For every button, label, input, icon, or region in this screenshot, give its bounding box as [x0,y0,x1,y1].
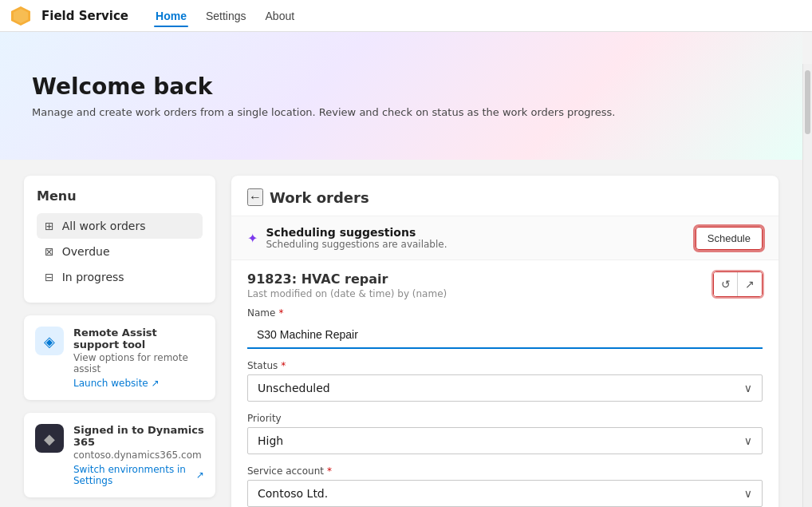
menu-item-overdue-label: Overdue [62,245,110,258]
schedule-button[interactable]: Schedule [696,227,763,250]
priority-value: High [258,434,283,447]
service-account-chevron-icon: ∨ [744,487,752,500]
name-label: Name [247,307,275,319]
status-select[interactable]: Unscheduled ∨ [247,374,763,402]
dynamics-card: ◆ Signed in to Dynamics 365 contoso.dyna… [24,413,215,497]
status-chevron-icon: ∨ [744,382,752,394]
service-account-required: * [327,465,332,477]
service-account-label: Service account [247,465,324,477]
back-button[interactable]: ← [247,188,263,206]
nav-bar: Field Service Home Settings About [0,0,812,32]
external-open-button[interactable]: ↗ [738,272,762,296]
work-order-meta: Last modified on (date & time) by (name) [247,288,447,299]
menu-item-in-progress[interactable]: ⊟ In progress [37,264,203,290]
service-account-select[interactable]: Contoso Ltd. ∨ [247,480,763,507]
status-value: Unscheduled [258,382,330,394]
remote-assist-link[interactable]: Launch website ↗ [73,378,204,389]
service-account-value: Contoso Ltd. [258,487,328,500]
work-order-action-buttons: ↺ ↗ [713,271,763,297]
dynamics-icon-wrap: ◆ [35,424,64,453]
dynamics-link[interactable]: Switch environments in Settings ↗ [73,464,204,486]
name-field-group: Name * [247,307,763,349]
remote-assist-card: ◈ Remote Assist support tool View option… [24,315,215,400]
menu-card: Menu ⊞ All work orders ⊠ Overdue ⊟ In pr… [24,176,215,303]
remote-assist-desc: View options for remote assist [73,352,204,374]
nav-settings[interactable]: Settings [198,6,254,26]
scheduling-icon: ✦ [247,231,258,246]
priority-chevron-icon: ∨ [744,434,752,447]
name-required: * [278,307,283,319]
inprogress-icon: ⊟ [45,271,54,283]
priority-field-group: Priority High ∨ [247,413,763,454]
app-logo [10,5,32,27]
hero-title: Welcome back [32,73,615,100]
refresh-button[interactable]: ↺ [714,272,738,296]
scheduling-bar: ✦ Scheduling suggestions Scheduling sugg… [231,216,778,260]
status-label: Status [247,360,278,371]
remote-assist-icon: ◈ [44,333,55,350]
priority-label: Priority [247,413,282,424]
left-panel: Menu ⊞ All work orders ⊠ Overdue ⊟ In pr… [24,176,215,497]
hero-subtitle: Manage and create work orders from a sin… [32,106,615,118]
dynamics-icon: ◆ [44,430,55,447]
right-panel: ← Work orders ✦ Scheduling suggestions S… [231,176,778,507]
all-work-orders-icon: ⊞ [45,220,54,232]
menu-item-all-label: All work orders [62,220,146,232]
hero-banner: Welcome back Manage and create work orde… [0,32,802,160]
nav-links: Home Settings About [148,6,302,26]
remote-assist-icon-wrap: ◈ [35,327,64,355]
name-input[interactable] [247,322,763,349]
dynamics-desc: contoso.dynamics365.com [73,450,204,461]
refresh-icon: ↺ [721,278,731,291]
priority-select[interactable]: High ∨ [247,427,763,454]
work-orders-header: ← Work orders [231,176,778,216]
nav-home[interactable]: Home [148,6,195,26]
scheduling-title: Scheduling suggestions [266,226,447,239]
work-order-form: Name * Status * Unscheduled ∨ [231,307,778,507]
nav-about[interactable]: About [258,6,303,26]
status-field-group: Status * Unscheduled ∨ [247,360,763,402]
menu-title: Menu [37,188,203,204]
service-account-field-group: Service account * Contoso Ltd. ∨ [247,465,763,507]
work-orders-title: Work orders [270,189,369,206]
menu-item-overdue[interactable]: ⊠ Overdue [37,239,203,264]
scrollbar-thumb[interactable] [805,70,810,134]
remote-assist-title: Remote Assist support tool [73,327,204,351]
menu-item-all-work-orders[interactable]: ⊞ All work orders [37,213,203,239]
scrollbar-track[interactable] [802,64,812,507]
external-open-icon: ↗ [745,278,755,291]
overdue-icon: ⊠ [45,245,54,258]
dynamics-title: Signed in to Dynamics 365 [73,424,204,448]
status-required: * [281,360,286,371]
scheduling-subtitle: Scheduling suggestions are available. [266,239,447,250]
work-order-number: 91823: HVAC repair [247,271,447,287]
menu-item-inprogress-label: In progress [62,271,124,283]
external-link-icon-2: ↗ [196,469,204,481]
work-order-detail-header: 91823: HVAC repair Last modified on (dat… [231,260,778,307]
external-link-icon: ↗ [152,378,160,389]
app-name: Field Service [41,9,128,23]
